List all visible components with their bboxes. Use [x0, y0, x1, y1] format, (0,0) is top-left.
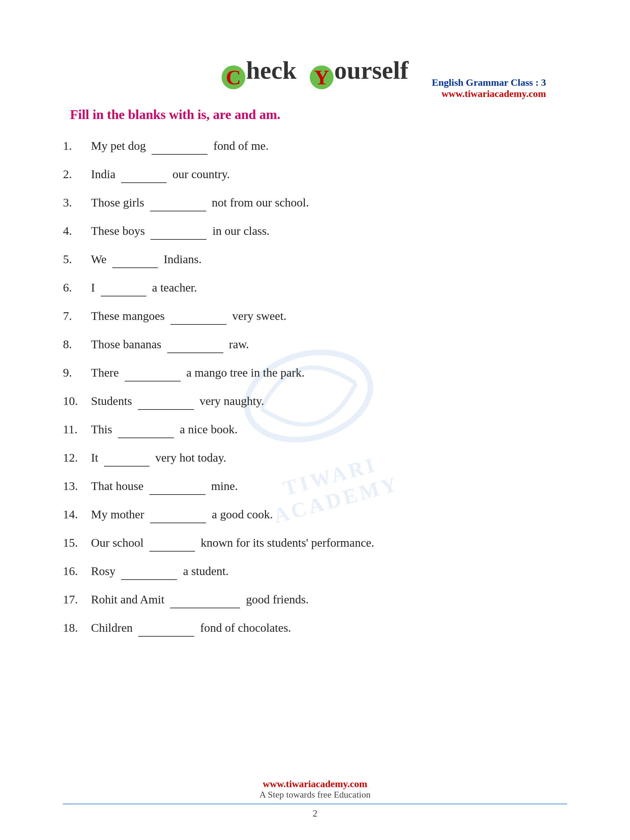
- content-wrapper: English Grammar Class : 3 www.tiwariacad…: [42, 56, 588, 637]
- q-text: We Indians.: [91, 249, 588, 268]
- blank: [152, 136, 208, 155]
- q-text: There a mango tree in the park.: [91, 363, 588, 382]
- blank: [121, 164, 167, 183]
- subtitle: Fill in the blanks with is, are and am.: [70, 107, 588, 122]
- q-number: 11.: [63, 420, 91, 438]
- yourself-rest: ourself: [334, 56, 409, 84]
- q-number: 17.: [63, 591, 91, 608]
- q-text: My pet dog fond of me.: [91, 136, 588, 155]
- question-item: 18. Children fond of chocolates.: [63, 618, 588, 637]
- blank: [112, 249, 158, 268]
- blank: [101, 278, 146, 297]
- q-text: Those bananas raw.: [91, 335, 588, 353]
- q-text: Rosy a student.: [91, 561, 588, 580]
- blank: [150, 533, 195, 552]
- footer-tagline: A Step towards free Education: [0, 789, 630, 800]
- q-number: 1.: [63, 137, 91, 155]
- q-number: 12.: [63, 449, 91, 467]
- q-number: 8.: [63, 335, 91, 353]
- q-number: 7.: [63, 307, 91, 325]
- question-item: 10. Students very naughty.: [63, 391, 588, 410]
- page: TIWARIACADEMY English Grammar Class : 3 …: [0, 0, 630, 840]
- blank: [150, 476, 205, 495]
- header-class-label: English Grammar Class : 3: [432, 77, 546, 88]
- q-number: 5.: [63, 250, 91, 268]
- q-text: This a nice book.: [91, 420, 588, 438]
- question-item: 11. This a nice book.: [63, 420, 588, 438]
- q-text: Children fond of chocolates.: [91, 618, 588, 637]
- q-text: Students very naughty.: [91, 391, 588, 410]
- question-item: 5. We Indians.: [63, 249, 588, 268]
- title-check: Check: [221, 74, 298, 80]
- q-text: That house mine.: [91, 476, 588, 495]
- q-text: India our country.: [91, 164, 588, 183]
- questions-list: 1. My pet dog fond of me. 2. India our c…: [63, 136, 588, 637]
- blank: [170, 590, 240, 608]
- q-number: 13.: [63, 477, 91, 495]
- title-yourself: Yourself: [310, 74, 409, 80]
- question-item: 8. Those bananas raw.: [63, 335, 588, 353]
- question-item: 17. Rohit and Amit good friends.: [63, 590, 588, 608]
- question-item: 9. There a mango tree in the park.: [63, 363, 588, 382]
- header-website: www.tiwariacademy.com: [432, 88, 546, 99]
- blank: [138, 618, 194, 637]
- question-item: 2. India our country.: [63, 164, 588, 183]
- question-item: 1. My pet dog fond of me.: [63, 136, 588, 155]
- question-item: 6. I a teacher.: [63, 278, 588, 297]
- blank: [138, 391, 194, 410]
- blank: [150, 505, 206, 523]
- blank: [150, 221, 207, 240]
- blank: [167, 335, 223, 353]
- top-right-header: English Grammar Class : 3 www.tiwariacad…: [432, 77, 546, 99]
- q-text: These mangoes very sweet.: [91, 306, 588, 325]
- q-number: 10.: [63, 392, 91, 410]
- blank: [118, 420, 174, 438]
- q-text: Rohit and Amit good friends.: [91, 590, 588, 608]
- q-text: It very hot today.: [91, 448, 588, 467]
- q-number: 3.: [63, 194, 91, 212]
- footer-line: [63, 804, 567, 804]
- footer-website: www.tiwariacademy.com: [0, 778, 630, 789]
- q-text: These boys in our class.: [91, 221, 588, 240]
- letter-c: C: [221, 65, 245, 89]
- blank: [150, 193, 206, 212]
- footer: www.tiwariacademy.com A Step towards fre…: [0, 778, 630, 819]
- q-number: 6.: [63, 279, 91, 297]
- q-text: My mother a good cook.: [91, 505, 588, 523]
- q-number: 4.: [63, 222, 91, 240]
- question-item: 7. These mangoes very sweet.: [63, 306, 588, 325]
- blank: [121, 561, 177, 580]
- q-text: I a teacher.: [91, 278, 588, 297]
- question-item: 14. My mother a good cook.: [63, 505, 588, 523]
- question-item: 12. It very hot today.: [63, 448, 588, 467]
- question-item: 3. Those girls not from our school.: [63, 193, 588, 212]
- q-text: Those girls not from our school.: [91, 193, 588, 212]
- q-number: 2.: [63, 165, 91, 183]
- q-number: 16.: [63, 562, 91, 580]
- check-rest: heck: [246, 56, 297, 84]
- q-number: 9.: [63, 364, 91, 382]
- q-number: 18.: [63, 619, 91, 637]
- blank: [171, 306, 226, 325]
- blank: [125, 363, 181, 382]
- q-number: 15.: [63, 534, 91, 552]
- blank: [104, 448, 150, 467]
- question-item: 4. These boys in our class.: [63, 221, 588, 240]
- letter-y: Y: [310, 65, 333, 89]
- question-item: 13. That house mine.: [63, 476, 588, 495]
- question-item: 15. Our school known for its students' p…: [63, 533, 588, 552]
- footer-page: 2: [0, 808, 630, 819]
- q-text: Our school known for its students' perfo…: [91, 533, 588, 552]
- q-number: 14.: [63, 505, 91, 523]
- question-item: 16. Rosy a student.: [63, 561, 588, 580]
